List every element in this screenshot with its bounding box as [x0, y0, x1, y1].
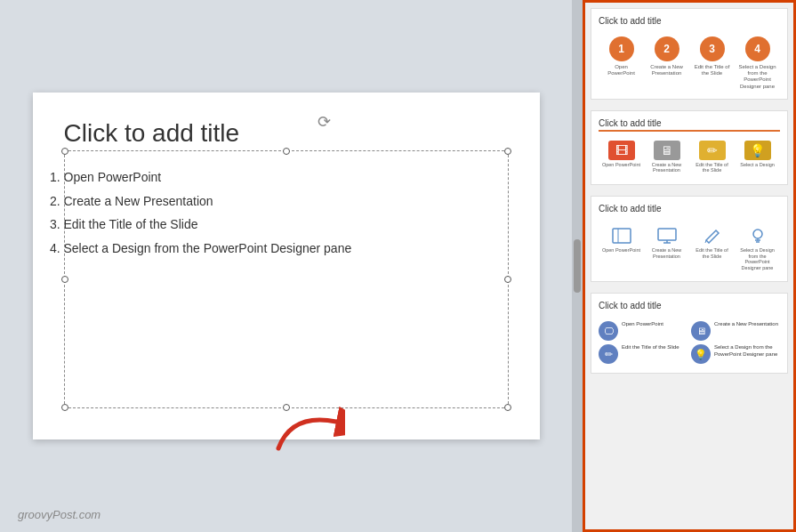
watermark: groovyPost.com: [18, 508, 101, 521]
handle-mr[interactable]: [504, 276, 511, 283]
thumb4-item: 🖥 Create a New Presentation: [691, 321, 780, 341]
slide-title[interactable]: Click to add title: [64, 119, 509, 148]
thumb-1-title: Click to add title: [599, 16, 780, 29]
svg-point-7: [753, 230, 762, 238]
step-circle: 1: [609, 36, 634, 61]
slide-editor: Click to add title ⟳ Open PowerPoint Cre…: [33, 93, 540, 439]
thumb-4-title: Click to add title: [599, 301, 780, 314]
handle-ml[interactable]: [61, 276, 68, 283]
thumb2-label: Select a Design: [740, 162, 775, 168]
thumb4-item: ✏ Edit the Title of the Slide: [599, 344, 687, 364]
thumb3-label: Select a Design from the PowerPoint Desi…: [738, 247, 777, 270]
handle-tr[interactable]: [504, 148, 511, 155]
new-pres-icon: 🖥: [654, 141, 680, 160]
pencil-outline-icon: [700, 226, 725, 246]
thumb2-label: Create a New Presentation: [647, 162, 687, 173]
bulb-outline-icon: [745, 226, 770, 246]
thumb2-label: Edit the Title of the Slide: [693, 162, 732, 173]
thumbnail-2[interactable]: Click to add title 🎞 Open PowerPoint 🖥 C…: [591, 110, 788, 185]
step-label: Select a Design from the PowerPoint Desi…: [738, 64, 777, 90]
thumb3-item: Open PowerPoint: [602, 226, 641, 270]
right-panel-designer[interactable]: Click to add title 1 Open PowerPoint 2 C…: [583, 0, 796, 532]
powerpoint-icon: 🎞: [608, 141, 635, 160]
thumb3-item: Create a New Presentation: [647, 226, 687, 270]
thumb4-text: Select a Design from the PowerPoint Desi…: [714, 344, 780, 359]
step-circle: 4: [745, 36, 770, 61]
design-icon: 💡: [744, 141, 771, 160]
thumb-3-icons: Open PowerPoint Create a New Presentatio…: [599, 222, 780, 274]
screen-filled-icon: 🖥: [691, 321, 711, 341]
screen-outline-icon: [655, 226, 679, 246]
step-circle: 3: [700, 36, 725, 61]
thumb-1-icons: 1 Open PowerPoint 2 Create a New Present…: [599, 35, 780, 92]
thumb2-label: Open PowerPoint: [602, 162, 640, 168]
thumb4-item: 🖵 Open PowerPoint: [599, 321, 687, 341]
step-label: Open PowerPoint: [602, 64, 641, 77]
handle-tm[interactable]: [283, 148, 290, 155]
step-circle: 2: [655, 36, 679, 61]
edit-icon: ✏: [699, 141, 726, 160]
thumb-step: 2 Create a New Presentation: [647, 36, 687, 77]
ppt-outline-icon: [609, 226, 634, 246]
pencil-filled-icon: ✏: [599, 344, 618, 364]
thumb3-label: Open PowerPoint: [602, 247, 640, 254]
thumb3-item: Select a Design from the PowerPoint Desi…: [738, 226, 777, 270]
thumb-step: 3 Edit the Title of the Slide: [693, 36, 732, 77]
step-label: Edit the Title of the Slide: [693, 64, 732, 77]
thumb3-label: Create a New Presentation: [647, 247, 687, 259]
thumb-3-title: Click to add title: [599, 204, 780, 217]
thumb-2-icons: 🎞 Open PowerPoint 🖥 Create a New Present…: [599, 137, 780, 177]
svg-rect-3: [658, 229, 676, 240]
thumb2-item: 🎞 Open PowerPoint: [602, 141, 641, 173]
thumb-4-grid: 🖵 Open PowerPoint 🖥 Create a New Present…: [599, 319, 780, 366]
handle-bl[interactable]: [61, 404, 68, 411]
thumbnail-1[interactable]: Click to add title 1 Open PowerPoint 2 C…: [591, 8, 788, 100]
thumb4-text: Edit the Title of the Slide: [622, 344, 679, 351]
step-label: Create a New Presentation: [647, 64, 687, 77]
thumb4-item: 💡 Select a Design from the PowerPoint De…: [691, 344, 780, 364]
thumb2-item: ✏ Edit the Title of the Slide: [693, 141, 732, 173]
thumb2-item: 🖥 Create a New Presentation: [647, 141, 687, 173]
thumb-step: 4 Select a Design from the PowerPoint De…: [738, 36, 777, 90]
rotate-icon: ⟳: [318, 112, 331, 132]
thumbnail-4[interactable]: Click to add title 🖵 Open PowerPoint 🖥 C…: [591, 293, 788, 374]
bulb-filled-icon: 💡: [691, 344, 711, 364]
thumb3-label: Edit the Title of the Slide: [693, 247, 732, 259]
scrollbar[interactable]: [572, 0, 583, 532]
left-panel: Click to add title ⟳ Open PowerPoint Cre…: [0, 0, 572, 532]
thumbnail-3[interactable]: Click to add title Open PowerPoint Creat…: [591, 196, 788, 282]
handle-br[interactable]: [504, 404, 511, 411]
thumb4-text: Open PowerPoint: [622, 321, 663, 328]
scrollbar-thumb[interactable]: [574, 239, 581, 293]
svg-rect-1: [613, 229, 631, 243]
selection-box: [64, 150, 509, 408]
thumb-step: 1 Open PowerPoint: [602, 36, 641, 77]
arrow-pointer: [274, 395, 345, 461]
thumb4-text: Create a New Presentation: [714, 321, 778, 328]
thumb3-item: Edit the Title of the Slide: [693, 226, 732, 270]
svg-line-6: [705, 240, 706, 243]
handle-tl[interactable]: [61, 148, 68, 155]
thumb2-item: 💡 Select a Design: [738, 141, 777, 173]
ppt-filled-icon: 🖵: [599, 321, 618, 341]
thumb-2-title: Click to add title: [599, 118, 780, 132]
